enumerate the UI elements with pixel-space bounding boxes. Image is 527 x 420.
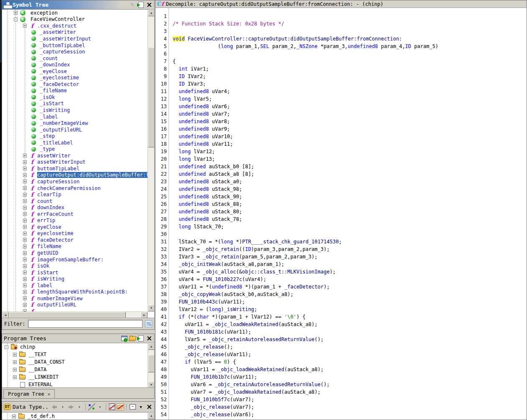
tree-item[interactable]: _isWriting [2,107,148,114]
code-line[interactable] [173,230,527,238]
decompile-code-area[interactable]: 1234567891011121314151617181920212223242… [155,8,527,420]
tree-item[interactable]: +fgetUUID [2,250,148,256]
code-line[interactable]: if (lVar5 == 0) { [173,358,527,366]
tree-item[interactable]: +feyeClose [2,224,148,230]
code-line[interactable]: lStack_70 = *(long *)PTR____stack_chk_gu… [173,238,527,245]
expand-icon[interactable]: + [23,199,27,203]
code-line[interactable] [173,13,527,20]
code-line[interactable]: IVar2 = _objc_retain((ID)param_3,param_2… [173,245,527,253]
expand-icon[interactable]: + [23,271,27,274]
symbol-tree-vscrollbar[interactable]: ▲ ▼ [148,10,154,311]
expand-icon[interactable]: + [23,212,27,216]
edit-icon[interactable] [129,1,136,8]
code-line[interactable]: int iVar1; [173,65,527,73]
tree-item[interactable]: +ferrFaceCount [2,211,148,218]
tree-item[interactable]: _label [2,114,148,120]
code-line[interactable]: void FaceViewController::captureOutput:d… [173,35,527,43]
code-line[interactable]: undefined8 uVar10; [173,133,527,140]
code-line[interactable]: undefined8 uVar6; [173,103,527,110]
tree-item[interactable]: EXTERNAL [2,381,148,388]
tree-item[interactable]: +fassetWriterInput [2,159,148,166]
code-line[interactable]: FUN_1010b181c(uVar11); [173,328,527,336]
tree-item[interactable]: _assetWriter [2,29,148,36]
tree-item[interactable]: +ferrTip [2,218,148,224]
expand-icon[interactable]: + [23,283,27,287]
filter-off-icon[interactable] [108,403,116,410]
symbol-tree-hscrollbar[interactable]: ◀ ▶ [2,311,148,318]
tree-item[interactable]: +__DATA [2,366,148,373]
code-line[interactable]: uVar4 = _objc_alloc(&objc::class_t::MLKV… [173,268,527,276]
menu-caret-icon[interactable] [137,403,145,410]
open-folder-icon[interactable] [129,335,136,342]
scroll-up-button[interactable]: ▲ [148,10,155,16]
expand-icon[interactable]: + [13,375,17,379]
scroll-down-button[interactable]: ▼ [148,305,155,311]
expand-icon[interactable]: + [23,309,27,311]
tree-item[interactable]: +__TEXT [2,351,148,358]
close-icon[interactable] [145,1,153,8]
tree-item[interactable]: _fileName [2,88,148,94]
expand-icon[interactable]: + [23,238,27,242]
code-line[interactable]: long lVar5; [173,95,527,103]
expand-icon[interactable]: + [23,296,27,300]
tree-item[interactable]: +fassetWriter [2,152,148,159]
tree-item[interactable]: _assetWriterInput [2,35,148,42]
tree-item[interactable]: +fcaptureOutput:didOutputSampleBuffer:fr… [2,172,148,179]
snapshot-icon[interactable] [137,335,145,342]
tree-item[interactable]: +fdownIndex [2,204,148,211]
expand-icon[interactable]: + [23,251,27,255]
tree-item[interactable]: _step [2,133,148,139]
tree-item[interactable]: +flengthSquareWithPointA:pointB: [2,289,148,296]
expand-icon[interactable]: + [23,173,27,177]
tree-item[interactable]: _eyeClose [2,68,148,75]
scroll-up-button[interactable]: ▲ [148,412,155,419]
scroll-up-button[interactable]: ▲ [148,343,155,350]
code-line[interactable]: undefined8 uStack_90; [173,193,527,200]
code-line[interactable]: undefined8 uVar7; [173,110,527,118]
expand-icon[interactable]: + [23,277,27,281]
expand-icon[interactable]: + [23,193,27,197]
data-type-vscrollbar[interactable]: ▲ [148,412,154,420]
code-line[interactable]: lVar5 = _objc_retainAutoreleasedReturnVa… [173,336,527,343]
tree-item[interactable]: +Cexception [2,10,148,16]
pointer-filter-off-icon[interactable] [117,403,124,410]
code-line[interactable]: uVar11 = _objc_loadWeakRetained(auStack_… [173,366,527,373]
code-line[interactable]: lVar12 = (long)_isWriting; [173,306,527,313]
tree-item[interactable]: _captureSession [2,48,148,55]
code-line[interactable]: ID IVar2; [173,73,527,80]
tree-item[interactable]: +fnumberImageView [2,295,148,302]
code-line[interactable]: _objc_release(uVar11); [173,418,527,420]
code-line[interactable]: if (*(char *)(param_1 + lVar12) == '\0')… [173,313,527,321]
code-line[interactable]: uVar6 = _objc_retainAutoreleasedReturnVa… [173,381,527,388]
code-line[interactable]: undefined8 uStack_80; [173,208,527,215]
code-line[interactable]: _objc_release(); [173,343,527,351]
decompile-header[interactable]: Cf Decompile: captureOutput:didOutputSam… [155,0,527,8]
expand-icon[interactable]: + [23,258,27,261]
expand-icon[interactable]: + [23,225,27,229]
code-line[interactable]: uVar11 = *(undefined8 *)(param_1 + _face… [173,283,527,291]
code-line[interactable]: undefined8 uStack_a0; [173,178,527,185]
scroll-thumb[interactable] [148,47,155,147]
code-line[interactable]: undefined8 uStack_88; [173,200,527,208]
close-icon[interactable] [145,335,153,342]
code-line[interactable]: long lStack_70; [173,223,527,230]
tree-item[interactable]: +fisOk [2,263,148,269]
new-tree-icon[interactable] [120,335,128,342]
tree-item[interactable]: +_td_def.h [2,412,148,420]
code-line[interactable]: FUN_1010b5f7c(uVar7); [173,396,527,403]
tab-close-icon[interactable]: × [48,392,51,397]
expand-icon[interactable]: + [14,11,18,15]
expand-icon[interactable]: + [23,232,27,235]
code-line[interactable]: IVar3 = _objc_retain(param_5,param_2,par… [173,253,527,261]
symbol-tree-header[interactable]: Symbol Tree [2,0,154,10]
code-line[interactable]: ID IVar3; [173,80,527,88]
expand-icon[interactable]: + [13,360,17,364]
code-line[interactable]: undefined8 uVar11; [173,140,527,148]
expand-icon[interactable]: + [23,219,27,223]
program-tree-vscrollbar[interactable]: ▲ ▼ [148,343,154,388]
tree-item[interactable]: +fcaptureSession [2,178,148,185]
code-line[interactable]: uVar4 = FUN_1010b227c(uVar4); [173,276,527,283]
code-line[interactable]: _objc_copyWeak(auStack_b0,auStack_a8); [173,291,527,298]
expand-icon[interactable]: + [23,186,27,190]
tree-item[interactable]: _buttomTipLabel [2,42,148,49]
